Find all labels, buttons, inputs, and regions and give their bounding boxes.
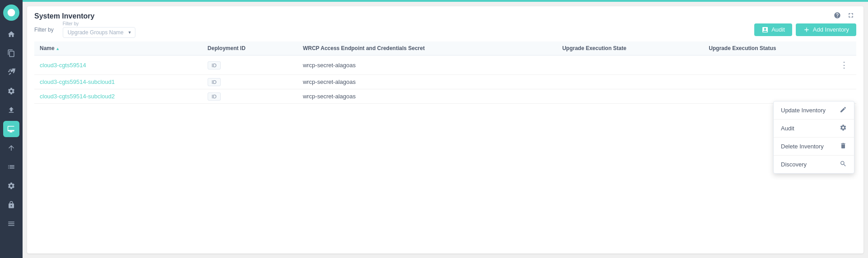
sidebar-item-arrow-up[interactable] [3,140,19,156]
context-menu-delete-inventory[interactable]: Delete Inventory [774,138,854,156]
logo [3,5,19,21]
delete-inventory-label: Delete Inventory [781,143,824,150]
inventory-link-3[interactable]: cloud3-cgts59514-subcloud2 [40,93,115,100]
audit-icon [761,26,769,33]
row-name-2: cloud3-cgts59514-subcloud1 [34,75,202,89]
sidebar-item-settings[interactable] [3,83,19,99]
page-title: System Inventory [34,12,94,20]
action-buttons: Audit Add Inventory [754,23,856,36]
inventory-table: Name Deployment ID WRCP Access Endpoint … [34,41,856,104]
inventory-link-2[interactable]: cloud3-cgts59514-subcloud1 [40,78,115,85]
col-execution-state: Upgrade Execution State [557,41,703,55]
row-menu-button-1[interactable]: ⋮ [837,59,851,71]
id-badge-3[interactable]: ID [208,92,221,101]
row-secret-1: wrcp-secret-alagoas [297,55,557,75]
filter-select-wrapper: Upgrade Groups Name [63,27,135,38]
row-deployment-id-3: ID [202,89,297,104]
row-secret-3: wrcp-secret-alagoas [297,89,557,104]
upgrade-groups-select[interactable]: Upgrade Groups Name [63,27,135,38]
row-name-1: cloud3-cgts59514 [34,55,202,75]
sidebar-item-upload[interactable] [3,102,19,118]
search-icon [840,160,847,169]
context-menu-discovery[interactable]: Discovery [774,156,854,173]
sidebar-item-list[interactable] [3,159,19,175]
context-menu: Update Inventory Audit Delete Inventory … [773,101,854,174]
sidebar [0,0,23,258]
row-deployment-id-2: ID [202,75,297,89]
sidebar-item-copy[interactable] [3,45,19,61]
audit-button[interactable]: Audit [754,23,792,36]
sidebar-item-lock[interactable] [3,197,19,213]
row-deployment-id-1: ID [202,55,297,75]
help-button[interactable] [832,11,843,21]
id-badge-2[interactable]: ID [208,78,221,86]
add-inventory-button[interactable]: Add Inventory [796,23,856,36]
header-icons [832,11,856,21]
table-row: cloud3-cgts59514 ID wrcp-secret-alagoas … [34,55,856,75]
main-content: System Inventory Filter by Filter by [23,0,868,258]
row-status-1: ⋮ [703,55,856,75]
id-badge-1[interactable]: ID [208,61,221,69]
filter-action-row: Filter by Filter by Upgrade Groups Name [27,21,863,41]
row-secret-2: wrcp-secret-alagoas [297,75,557,89]
row-name-3: cloud3-cgts59514-subcloud2 [34,89,202,104]
sidebar-item-rocket[interactable] [3,64,19,80]
edit-icon [840,106,847,115]
audit-settings-icon [840,124,847,133]
col-deployment-id: Deployment ID [202,41,297,55]
add-icon [803,26,810,33]
row-status-2 [703,75,856,89]
sidebar-item-menu[interactable] [3,216,19,232]
table-container: Name Deployment ID WRCP Access Endpoint … [27,41,863,253]
filter-section: Filter by Filter by Upgrade Groups Name [34,21,135,38]
page-container: System Inventory Filter by Filter by [27,6,863,253]
row-state-2 [557,75,703,89]
table-body: cloud3-cgts59514 ID wrcp-secret-alagoas … [34,55,856,104]
context-menu-audit[interactable]: Audit [774,120,854,138]
inventory-link-1[interactable]: cloud3-cgts59514 [40,62,86,69]
col-execution-status: Upgrade Execution Status [703,41,856,55]
filter-sublabel: Filter by [63,21,135,26]
table-header: Name Deployment ID WRCP Access Endpoint … [34,41,856,55]
filter-label: Filter by [34,27,54,33]
expand-button[interactable] [845,11,856,21]
row-state-1 [557,55,703,75]
page-header: System Inventory [27,6,863,21]
col-name[interactable]: Name [34,41,202,55]
table-row: cloud3-cgts59514-subcloud2 ID wrcp-secre… [34,89,856,104]
table-row: cloud3-cgts59514-subcloud1 ID wrcp-secre… [34,75,856,89]
context-menu-update-inventory[interactable]: Update Inventory [774,101,854,120]
col-wrcp: WRCP Access Endpoint and Credentials Sec… [297,41,557,55]
svg-point-0 [8,9,15,17]
sidebar-item-home[interactable] [3,26,19,42]
sidebar-item-monitor[interactable] [3,121,19,137]
row-state-3 [557,89,703,104]
trash-icon [840,142,847,151]
sidebar-item-gear[interactable] [3,178,19,194]
